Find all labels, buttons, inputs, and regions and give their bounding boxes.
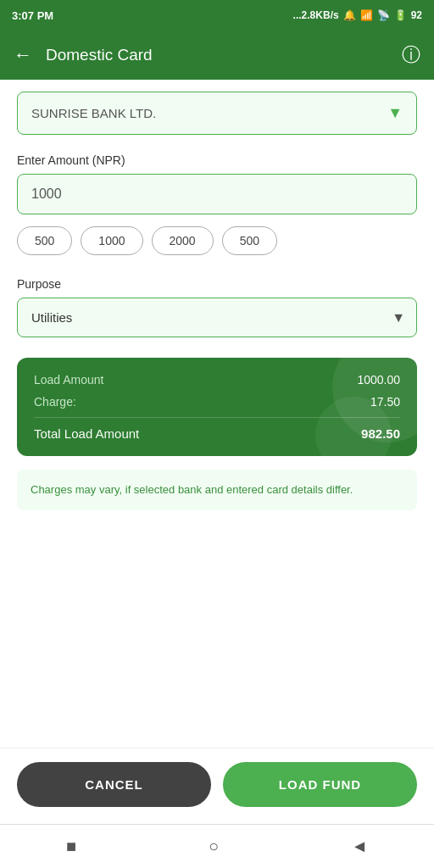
purpose-select-wrapper: Utilities Shopping Travel Education Othe… xyxy=(17,298,417,337)
battery-level: 92 xyxy=(411,9,422,21)
signal-icon: 📶 xyxy=(360,9,373,21)
bank-selector[interactable]: SUNRISE BANK LTD. ▼ xyxy=(17,92,417,135)
nav-home-icon[interactable]: ○ xyxy=(209,837,219,856)
nav-back-icon[interactable]: ◄ xyxy=(351,837,368,856)
load-amount-value: 1000.00 xyxy=(357,373,400,387)
total-row: Total Load Amount 982.50 xyxy=(34,426,400,441)
notice-text: Charges may vary, if selected bank and e… xyxy=(31,483,353,496)
nav-bar: ■ ○ ◄ xyxy=(0,824,434,868)
total-value: 982.50 xyxy=(361,426,400,441)
nav-stop-icon[interactable]: ■ xyxy=(66,837,76,856)
purpose-select[interactable]: Utilities Shopping Travel Education Othe… xyxy=(17,298,417,337)
wifi-icon: 📡 xyxy=(377,9,390,21)
quick-amount-1000[interactable]: 1000 xyxy=(81,226,142,255)
cancel-button[interactable]: CANCEL xyxy=(17,762,211,807)
quick-amount-2000[interactable]: 2000 xyxy=(152,226,214,255)
main-content: SUNRISE BANK LTD. ▼ Enter Amount (NPR) 5… xyxy=(0,80,434,748)
info-button[interactable]: ⓘ xyxy=(402,42,420,68)
back-button[interactable]: ← xyxy=(14,44,32,66)
load-fund-button[interactable]: LOAD FUND xyxy=(223,762,417,807)
total-label: Total Load Amount xyxy=(34,426,139,441)
status-time: 3:07 PM xyxy=(12,9,53,22)
battery-icon: 🔋 xyxy=(394,9,407,21)
summary-card: Load Amount 1000.00 Charge: 17.50 Total … xyxy=(17,358,417,456)
status-bar: 3:07 PM ...2.8KB/s 🔔 📶 📡 🔋 92 xyxy=(0,0,434,31)
bottom-bar: CANCEL LOAD FUND xyxy=(0,748,434,824)
quick-amount-500[interactable]: 500 xyxy=(17,226,72,255)
charge-value: 17.50 xyxy=(370,395,400,409)
amount-input[interactable] xyxy=(17,174,417,214)
amount-label: Enter Amount (NPR) xyxy=(17,153,417,167)
bell-icon: 🔔 xyxy=(343,9,356,21)
quick-amount-5000[interactable]: 500 xyxy=(222,226,277,255)
purpose-label: Purpose xyxy=(17,277,417,291)
status-right: ...2.8KB/s 🔔 📶 📡 🔋 92 xyxy=(293,9,422,21)
notice-box: Charges may vary, if selected bank and e… xyxy=(17,470,417,510)
summary-divider xyxy=(34,417,400,418)
load-amount-label: Load Amount xyxy=(34,373,104,387)
load-amount-row: Load Amount 1000.00 xyxy=(34,373,400,387)
charge-label: Charge: xyxy=(34,395,76,409)
network-speed: ...2.8KB/s xyxy=(293,9,339,21)
app-header: ← Domestic Card ⓘ xyxy=(0,31,434,80)
bank-chevron-icon: ▼ xyxy=(387,104,403,122)
page-title: Domestic Card xyxy=(46,46,388,64)
bank-name: SUNRISE BANK LTD. xyxy=(31,106,156,120)
quick-amounts-row: 500 1000 2000 500 xyxy=(17,226,417,259)
charge-row: Charge: 17.50 xyxy=(34,395,400,409)
